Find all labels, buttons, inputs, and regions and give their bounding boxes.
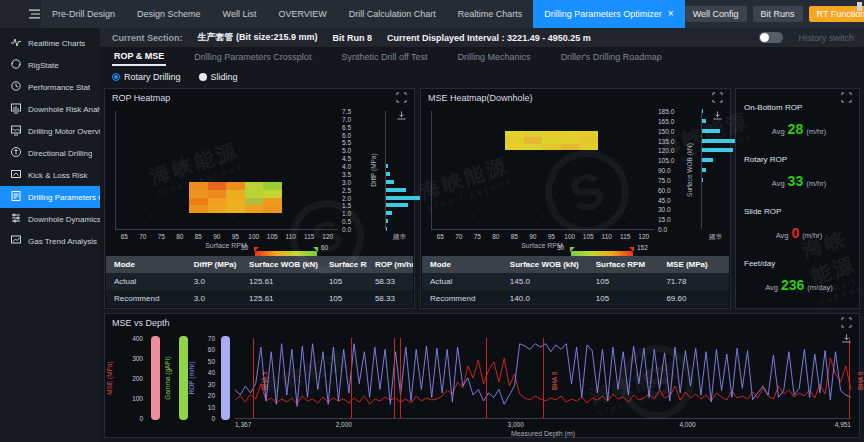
tab-close-icon[interactable]: ×: [668, 9, 674, 19]
top-tab-0[interactable]: Pre-Drill Design: [41, 0, 126, 28]
expand-icon[interactable]: [841, 92, 852, 103]
histogram-bar: [386, 211, 392, 215]
axis-label-0: MSE (MPa): [106, 361, 113, 395]
topbar-button-well-config[interactable]: Well Config: [685, 6, 747, 22]
frequency-label: 频率: [393, 233, 406, 242]
history-switch-toggle[interactable]: [759, 32, 783, 43]
radio-sliding[interactable]: Sliding: [199, 72, 238, 82]
histogram-bar: [386, 196, 422, 200]
sidebar-item-0[interactable]: Realtime Charts: [0, 32, 100, 54]
stat-avg-label: Avg: [765, 283, 778, 292]
sidebar-item-5[interactable]: Directional Drilling: [0, 142, 100, 164]
monitor-wave-icon: [10, 124, 22, 138]
bha-marker-line: [849, 338, 850, 418]
histogram-bar: [702, 129, 720, 133]
table-cell: Actual: [422, 277, 502, 286]
table-header-cell: Surface RPM: [588, 260, 659, 269]
axis-tick: 0: [119, 415, 143, 422]
y-tick: 15.0: [658, 216, 671, 223]
histogram-bar: [386, 227, 387, 231]
table-header-cell: Mode: [422, 260, 502, 269]
table-header-cell: MSE (MPa): [658, 260, 729, 269]
sidebar-item-label: Downhole Risk Analysis: [28, 105, 100, 114]
top-tab-bar: Pre-Drill DesignDesign SchemeWell ListOV…: [41, 0, 685, 28]
sidebar-item-label: Performance Stat: [28, 83, 90, 92]
compass-icon: [10, 146, 22, 160]
x-tick: 110: [286, 233, 296, 240]
expand-icon[interactable]: [841, 317, 852, 328]
sidebar-collapse-button[interactable]: [0, 0, 41, 28]
stat-value-line: Avg33(m/hr): [744, 173, 854, 189]
subtab-4[interactable]: Driller's Drilling Roadmap: [559, 50, 664, 65]
stat-avg-label: Avg: [772, 179, 785, 188]
histogram-bar: [702, 148, 733, 152]
expand-icon[interactable]: [712, 92, 723, 103]
table-header-cell: ROP (m/hr): [367, 260, 413, 269]
top-tab-3[interactable]: OVERVIEW: [267, 0, 337, 28]
heatmap-block: [505, 131, 598, 151]
stat-block-2: Slide ROPAvg0(m/hr): [744, 207, 854, 241]
histogram-bar: [386, 164, 388, 168]
sidebar-item-7[interactable]: Drilling Parameters Opt: [0, 186, 100, 208]
topbar-button-bit-runs[interactable]: Bit Runs: [753, 6, 803, 22]
table-row: Actual145.010571.78: [422, 273, 729, 290]
sync-icon: [10, 58, 22, 72]
table-header-cell: Surface RPM: [321, 260, 367, 269]
bha-marker-line: [394, 338, 395, 418]
y-tick: 0.5: [342, 218, 351, 225]
sidebar: Realtime ChartsRigStatePerformance StatD…: [0, 28, 100, 442]
subtab-2[interactable]: Synthetic Drill off Test: [339, 50, 429, 65]
histogram-bar: [386, 188, 406, 192]
top-tab-2[interactable]: Well List: [212, 0, 268, 28]
depth-x-tick: 1,367: [235, 421, 251, 428]
heatmap-cell: [226, 190, 245, 198]
radio-rotary-drilling[interactable]: Rotary Drilling: [112, 72, 181, 82]
y-tick: 0.0: [658, 226, 667, 233]
y-tick: 4.5: [342, 155, 351, 162]
stat-value: 236: [781, 277, 804, 293]
stat-unit: (m/hr): [806, 179, 826, 188]
x-tick: 80: [492, 233, 499, 240]
heatmap-plot: [431, 111, 654, 230]
heatmap-cell: [226, 205, 245, 213]
bha-marker-line: [543, 338, 544, 418]
x-tick: 85: [511, 233, 518, 240]
download-icon[interactable]: [712, 110, 723, 121]
y-tick: 105.0: [658, 157, 674, 164]
table-cell: 125.61: [241, 294, 321, 303]
subtab-1[interactable]: Drilling Parameters Crossplot: [192, 50, 313, 65]
sidebar-item-3[interactable]: Downhole Risk Analysis: [0, 98, 100, 120]
top-tab-5[interactable]: Realtime Charts: [447, 0, 534, 28]
x-tick: 100: [248, 233, 259, 240]
top-tab-4[interactable]: Drill Calculation Chart: [338, 0, 447, 28]
download-icon[interactable]: [841, 333, 852, 344]
sidebar-item-1[interactable]: RigState: [0, 54, 100, 76]
depth-x-tick: 4,000: [679, 421, 695, 428]
sidebar-item-4[interactable]: Drilling Motor Overview: [0, 120, 100, 142]
download-icon[interactable]: [396, 110, 407, 121]
depth-x-axis-label: Measured Depth (m): [511, 430, 575, 437]
sidebar-item-9[interactable]: Gas Trend Analysis: [0, 230, 100, 252]
sidebar-item-6[interactable]: Kick & Loss Risk: [0, 164, 100, 186]
subtab-3[interactable]: Drilling Mechanics: [456, 50, 533, 65]
x-tick: 115: [304, 233, 314, 240]
depth-panel-title: MSE vs Depth: [112, 318, 170, 328]
table-cell: Recommend: [422, 294, 502, 303]
legend-min: 10: [241, 244, 248, 251]
table-row: Recommend3.0125.6110558.33: [106, 290, 413, 307]
sidebar-item-2[interactable]: Performance Stat: [0, 76, 100, 98]
top-tab-active[interactable]: Drilling Parameters Optimizer×: [533, 0, 684, 28]
y-tick: 7.5: [342, 108, 351, 115]
y-tick: 60.0: [658, 187, 671, 194]
rop-stats-panel: On-Bottom ROPAvg28(m/hr)Rotary ROPAvg33(…: [735, 88, 860, 309]
y-axis-label: Surface WOB (kN): [686, 143, 693, 197]
sidebar-item-8[interactable]: Downhole Dynamics: [0, 208, 100, 230]
displayed-interval: Current Displayed Interval : 3221.49 - 4…: [387, 33, 591, 43]
expand-icon[interactable]: [396, 92, 407, 103]
bha-marker-line: [486, 338, 487, 418]
subtab-0[interactable]: ROP & MSE: [112, 49, 166, 66]
heatmap-cell: [579, 144, 598, 151]
top-tab-1[interactable]: Design Scheme: [126, 0, 212, 28]
axis-tick: 400: [119, 335, 143, 342]
topbar-button-rt-function[interactable]: RT Function: [809, 6, 864, 22]
